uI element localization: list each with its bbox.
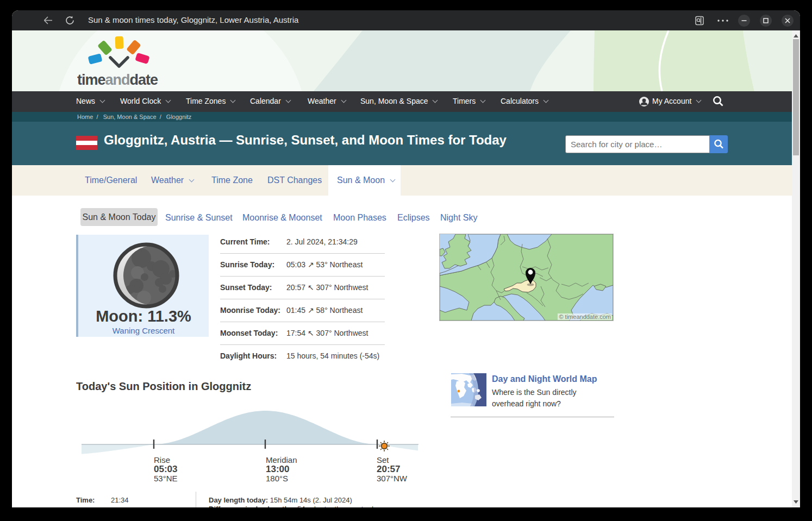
svg-text:timeanddate: timeanddate (77, 72, 158, 88)
